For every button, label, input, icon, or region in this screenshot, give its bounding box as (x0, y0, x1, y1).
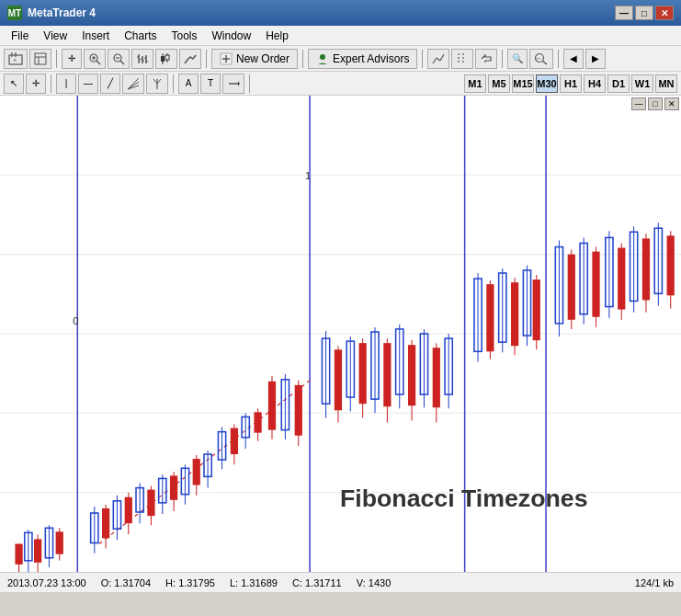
menu-window[interactable]: Window (205, 26, 259, 45)
status-open: O: 1.31704 (101, 577, 151, 588)
expert-advisors-button[interactable]: Expert Advisors (308, 49, 417, 69)
title-bar: MT MetaTrader 4 — □ ✕ (0, 0, 681, 26)
app-icon: MT (7, 6, 22, 20)
chart-scroll-left[interactable]: ◀ (563, 49, 584, 69)
svg-rect-110 (295, 385, 302, 436)
status-low: L: 1.31689 (230, 577, 278, 588)
status-volume: V: 1430 (357, 577, 392, 588)
tf-h1[interactable]: H1 (560, 74, 582, 93)
svg-text:Fibonacci Timezones: Fibonacci Timezones (340, 485, 588, 512)
inner-minimize[interactable]: — (631, 97, 646, 110)
svg-rect-148 (568, 255, 575, 320)
pitchfork-tool[interactable] (146, 74, 168, 94)
horizontal-line-tool[interactable]: — (78, 74, 98, 94)
auto-scroll-button[interactable] (475, 49, 497, 69)
menu-tools[interactable]: Tools (165, 26, 205, 45)
zoom-in-button[interactable] (84, 49, 106, 69)
inner-maximize[interactable]: □ (648, 97, 663, 110)
gann-fan-tool[interactable] (122, 74, 144, 94)
svg-rect-160 (642, 238, 650, 300)
status-bar: 2013.07.23 13:00 O: 1.31704 H: 1.31795 L… (0, 572, 681, 592)
svg-rect-140 (511, 282, 518, 346)
svg-rect-94 (193, 459, 200, 485)
menu-file[interactable]: File (4, 26, 36, 45)
toolbar-separator-5 (502, 50, 503, 68)
svg-point-34 (320, 54, 325, 60)
expert-advisors-label: Expert Advisors (333, 52, 409, 65)
drawing-toolbar: ↖ ✛ | — ╱ A T M1 M5 M15 M30 H1 H4 D1 W1 … (0, 72, 681, 96)
vertical-line-tool[interactable]: | (56, 74, 76, 94)
svg-marker-50 (238, 81, 240, 86)
svg-line-14 (120, 61, 124, 64)
svg-rect-104 (254, 412, 261, 432)
chart-canvas-container[interactable]: — □ ✕ 0 1 (0, 96, 681, 572)
svg-text:−: − (537, 54, 541, 63)
arrow-tool[interactable] (222, 74, 244, 94)
inner-close[interactable]: ✕ (664, 97, 679, 110)
tf-d1[interactable]: D1 (607, 74, 630, 93)
tf-h4[interactable]: H4 (584, 74, 606, 93)
chart-area[interactable]: — □ ✕ 0 1 (0, 96, 681, 572)
candlestick-chart: 0 1 (0, 96, 681, 572)
svg-rect-144 (533, 279, 540, 340)
inner-window-controls: — □ ✕ (631, 97, 679, 110)
svg-rect-78 (102, 508, 109, 539)
svg-line-44 (128, 82, 139, 89)
svg-text:MT: MT (8, 8, 21, 18)
draw-separator-1 (51, 74, 51, 93)
toolbar-separator-1 (56, 50, 57, 68)
period-sep-button[interactable] (451, 49, 473, 69)
bar-chart-button[interactable] (131, 49, 153, 69)
svg-rect-6 (35, 53, 46, 64)
menu-insert[interactable]: Insert (74, 26, 117, 45)
svg-rect-82 (125, 497, 132, 523)
tf-mn[interactable]: MN (655, 74, 677, 93)
crosshair-button[interactable]: ✛ (62, 49, 82, 69)
toolbar-separator-4 (422, 50, 423, 68)
menu-charts[interactable]: Charts (117, 26, 164, 45)
minimize-button[interactable]: — (615, 6, 633, 20)
cursor-tool[interactable]: ↖ (4, 74, 24, 94)
maximize-button[interactable]: □ (635, 6, 653, 20)
main-toolbar: + ✛ New Order Expert Advisors 🔍 − (0, 46, 681, 72)
indicators-button[interactable] (427, 49, 449, 69)
svg-line-35 (433, 58, 437, 63)
toolbar-separator-3 (302, 50, 303, 68)
svg-rect-106 (268, 382, 276, 430)
svg-rect-118 (359, 343, 367, 404)
close-button[interactable]: ✕ (655, 6, 674, 20)
zoom-out-button[interactable] (108, 49, 130, 69)
candle-chart-button[interactable] (155, 49, 177, 69)
svg-line-10 (96, 61, 100, 64)
menu-bar: File View Insert Charts Tools Window Hel… (0, 26, 681, 46)
chart-scroll-right[interactable]: ▶ (585, 49, 606, 69)
svg-rect-164 (667, 235, 675, 295)
line-chart-button[interactable] (179, 49, 201, 69)
tf-m30[interactable]: M30 (536, 74, 558, 93)
svg-rect-136 (486, 284, 494, 351)
text-label-tool[interactable]: T (200, 74, 221, 94)
draw-separator-3 (249, 74, 250, 93)
zoom-chart-in[interactable]: 🔍 (507, 49, 528, 69)
svg-rect-86 (147, 490, 154, 516)
trend-line-tool[interactable]: ╱ (100, 74, 120, 94)
zoom-chart-out[interactable]: − (529, 49, 553, 69)
tf-m15[interactable]: M15 (512, 74, 534, 93)
menu-view[interactable]: View (36, 26, 74, 45)
svg-rect-126 (408, 345, 415, 405)
templates-button[interactable] (29, 49, 51, 69)
new-order-label: New Order (236, 52, 289, 65)
toolbar-separator-6 (558, 50, 559, 68)
window-controls: — □ ✕ (615, 6, 674, 20)
svg-text:+: + (13, 57, 17, 63)
tf-m5[interactable]: M5 (488, 74, 510, 93)
text-tool[interactable]: A (178, 74, 199, 94)
tf-m1[interactable]: M1 (464, 74, 486, 93)
tf-w1[interactable]: W1 (631, 74, 653, 93)
new-chart-button[interactable]: + (4, 49, 28, 69)
crosshair-tool[interactable]: ✛ (26, 74, 46, 94)
svg-rect-70 (34, 539, 41, 562)
status-filesize: 124/1 kb (635, 577, 674, 588)
menu-help[interactable]: Help (258, 26, 296, 45)
new-order-button[interactable]: New Order (211, 49, 298, 69)
